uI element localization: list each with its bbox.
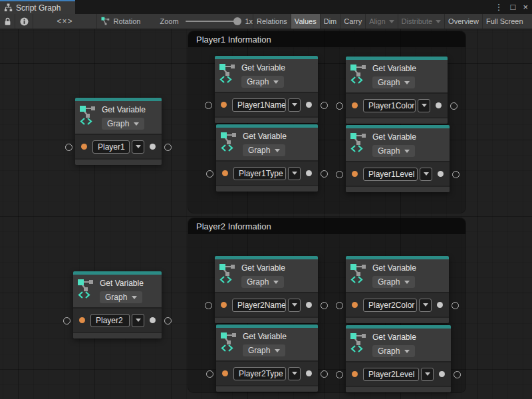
output-connection-ring[interactable] <box>452 302 459 309</box>
get-variable-node-player2color[interactable]: Get Variable Graph Player2Color <box>346 256 449 323</box>
get-variable-node-player1name[interactable]: Get Variable Graph Player1Name <box>215 56 318 123</box>
get-variable-node-player2name[interactable]: Get Variable Graph Player2Name <box>215 256 318 323</box>
node-header[interactable]: Get Variable Graph <box>346 128 450 162</box>
input-connection-ring[interactable] <box>206 370 213 378</box>
variable-name-dropdown[interactable]: Player1 <box>92 140 144 154</box>
output-port[interactable] <box>437 302 443 308</box>
input-connection-ring[interactable] <box>206 170 213 178</box>
output-port[interactable] <box>436 102 442 108</box>
chevron-down-icon[interactable] <box>418 99 430 112</box>
chevron-down-icon[interactable] <box>132 140 144 154</box>
variable-scope-dropdown[interactable]: Graph <box>241 276 284 288</box>
values-button[interactable]: Values <box>291 14 321 29</box>
lock-button[interactable] <box>0 14 15 29</box>
overview-button[interactable]: Overview <box>445 14 483 29</box>
empty-graph-button[interactable]: <×> <box>33 14 97 29</box>
input-port[interactable] <box>352 371 358 377</box>
chevron-down-icon[interactable] <box>288 98 301 112</box>
variable-name-dropdown[interactable]: Player1Color <box>363 99 430 112</box>
node-header[interactable]: Get Variable Graph <box>216 328 318 362</box>
distribute-dropdown[interactable]: Distribute <box>398 14 445 29</box>
input-port[interactable] <box>222 170 228 176</box>
input-port[interactable] <box>81 144 87 150</box>
output-connection-ring[interactable] <box>452 171 460 178</box>
variable-name-dropdown[interactable]: Player2Type <box>233 367 301 380</box>
close-icon[interactable]: × <box>523 0 528 14</box>
tab-script-graph[interactable]: Script Graph <box>0 0 75 14</box>
info-button[interactable] <box>15 14 33 29</box>
variable-scope-dropdown[interactable]: Graph <box>100 291 142 303</box>
output-connection-ring[interactable] <box>321 170 328 178</box>
variable-scope-dropdown[interactable]: Graph <box>243 344 285 356</box>
output-port[interactable] <box>306 302 312 308</box>
variable-scope-dropdown[interactable]: Graph <box>102 118 144 130</box>
input-connection-ring[interactable] <box>63 317 70 325</box>
chevron-down-icon[interactable] <box>288 299 301 312</box>
output-connection-ring[interactable] <box>321 370 328 378</box>
dim-button[interactable]: Dim <box>321 14 341 29</box>
get-variable-node-player1type[interactable]: Get Variable Graph Player1Type <box>216 124 318 192</box>
input-connection-ring[interactable] <box>336 171 343 178</box>
chevron-down-icon[interactable] <box>420 168 432 181</box>
variable-name-dropdown[interactable]: Player1Level <box>363 168 432 181</box>
chevron-down-icon[interactable] <box>421 368 434 381</box>
align-dropdown[interactable]: Align <box>366 14 398 29</box>
output-port[interactable] <box>306 102 312 108</box>
get-variable-node-player1level[interactable]: Get Variable Graph Player1Level <box>346 125 450 192</box>
output-port[interactable] <box>306 370 312 376</box>
input-port[interactable] <box>352 102 358 108</box>
relations-button[interactable]: Relations <box>253 14 291 29</box>
output-port[interactable] <box>439 371 445 377</box>
carry-button[interactable]: Carry <box>340 14 366 29</box>
input-port[interactable] <box>79 317 85 323</box>
output-port[interactable] <box>150 144 156 150</box>
variable-scope-dropdown[interactable]: Graph <box>372 145 415 157</box>
node-header[interactable]: Get Variable Graph <box>215 259 318 293</box>
zoom-slider-track[interactable] <box>186 21 240 22</box>
output-connection-ring[interactable] <box>321 102 328 109</box>
node-header[interactable]: Get Variable Graph <box>215 59 318 93</box>
output-connection-ring[interactable] <box>164 144 172 151</box>
variable-name-dropdown[interactable]: Player2 <box>90 314 144 327</box>
get-variable-node-player2type[interactable]: Get Variable Graph Player2Type <box>216 325 318 392</box>
group-header[interactable]: Player1 Information <box>188 31 466 47</box>
input-connection-ring[interactable] <box>336 371 343 378</box>
variable-name-dropdown[interactable]: Player1Name <box>232 98 301 112</box>
maximize-icon[interactable]: □ <box>511 0 516 14</box>
fullscreen-button[interactable]: Full Screen <box>483 14 527 29</box>
variable-scope-dropdown[interactable]: Graph <box>372 76 415 88</box>
input-port[interactable] <box>221 102 227 108</box>
input-port[interactable] <box>221 302 227 308</box>
input-connection-ring[interactable] <box>336 102 343 110</box>
variable-name-dropdown[interactable]: Player2Color <box>363 299 432 312</box>
menu-icon[interactable]: ⋮ <box>495 0 503 14</box>
input-connection-ring[interactable] <box>336 302 343 309</box>
output-connection-ring[interactable] <box>450 102 458 110</box>
variable-scope-dropdown[interactable]: Graph <box>243 144 285 156</box>
input-port[interactable] <box>352 171 358 177</box>
output-connection-ring[interactable] <box>164 317 172 325</box>
variable-name-dropdown[interactable]: Player2Name <box>232 299 301 312</box>
variable-scope-dropdown[interactable]: Graph <box>241 76 284 88</box>
group-header[interactable]: Player2 Information <box>188 218 466 234</box>
get-variable-node-player1color[interactable]: Get Variable Graph Player1Color <box>346 57 448 124</box>
input-connection-ring[interactable] <box>205 102 212 109</box>
output-port[interactable] <box>150 317 156 323</box>
zoom-slider-handle[interactable] <box>233 17 241 25</box>
graph-canvas[interactable]: Player1 Information Player2 Information … <box>0 29 532 399</box>
output-connection-ring[interactable] <box>454 371 461 378</box>
node-header[interactable]: Get Variable Graph <box>216 128 318 162</box>
input-connection-ring[interactable] <box>205 302 212 309</box>
get-variable-node-player2[interactable]: Get Variable Graph Player2 <box>73 271 162 338</box>
get-variable-node-player2level[interactable]: Get Variable Graph Player2Level <box>346 325 451 392</box>
output-port[interactable] <box>306 170 312 176</box>
variable-scope-dropdown[interactable]: Graph <box>372 276 415 288</box>
variable-name-dropdown[interactable]: Player2Level <box>363 368 434 381</box>
variable-scope-dropdown[interactable]: Graph <box>372 345 415 357</box>
node-header[interactable]: Get Variable Graph <box>346 60 448 94</box>
input-port[interactable] <box>222 370 228 376</box>
chevron-down-icon[interactable] <box>419 299 432 312</box>
output-connection-ring[interactable] <box>321 302 328 309</box>
chevron-down-icon[interactable] <box>132 314 144 327</box>
node-header[interactable]: Get Variable Graph <box>73 275 162 309</box>
